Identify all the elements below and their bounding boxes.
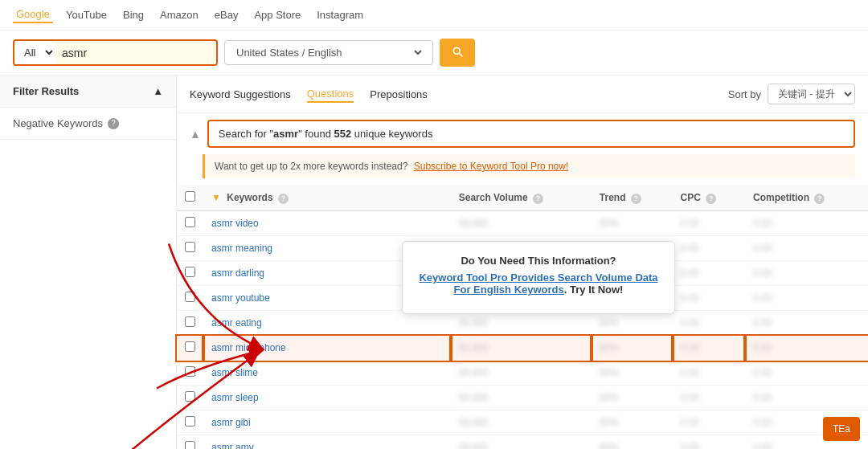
trend-cell: 60% [592,336,673,361]
keyword-cell: asmr video [203,211,451,236]
select-all-header [177,185,203,211]
keywords-help-icon[interactable]: ? [278,194,289,204]
trend-cell: 60% [592,386,673,410]
volume-cell: 66,600 [451,386,592,410]
sort-dropdown[interactable]: 关键词 - 提升 [768,84,855,104]
competition-help-icon[interactable]: ? [814,194,825,204]
search-volume-help-icon[interactable]: ? [533,194,543,204]
row-checkbox-4[interactable] [185,316,195,327]
search-input[interactable] [55,42,216,64]
search-input-group: All [13,39,218,66]
tab-questions[interactable]: Questions [307,86,354,103]
competition-value: 0.00 [753,243,772,254]
volume-value: 66,600 [459,218,489,229]
row-checkbox-0[interactable] [185,217,195,227]
keyword-cell: asmr microphone [203,336,451,361]
promo-bar: Want to get up to 2x more keywords inste… [203,154,855,178]
row-checkbox-cell [177,311,203,336]
volume-cell: 66,600 [451,211,592,236]
tab-prepositions[interactable]: Prepositions [370,87,428,102]
row-checkbox-6[interactable] [185,366,195,377]
filter-results-header[interactable]: Filter Results ▲ [0,76,176,108]
keywords-sort-icon[interactable]: ▼ [211,192,221,203]
tab-keyword-suggestions[interactable]: Keyword Suggestions [190,87,291,102]
keyword-text[interactable]: asmr eating [211,317,262,329]
cpc-value: 0.00 [681,243,699,254]
sort-bar: Sort by 关键词 - 提升 [728,84,855,104]
nav-appstore[interactable]: App Store [251,7,304,22]
trend-cell: 60% [592,435,673,450]
cpc-value: 0.00 [681,342,699,353]
bottom-right-button[interactable]: TEa [823,417,860,441]
cpc-value: 0.00 [681,292,699,304]
row-checkbox-2[interactable] [185,267,195,277]
top-navigation: Google YouTube Bing Amazon eBay App Stor… [0,0,868,31]
row-checkbox-8[interactable] [185,416,195,427]
volume-cell: 66,600 [451,336,592,361]
keyword-text[interactable]: asmr slime [211,367,258,378]
trend-cell: 60% [592,361,673,386]
competition-header: Competition ? [745,185,868,211]
nav-ebay[interactable]: eBay [211,7,242,22]
row-checkbox-5[interactable] [185,341,195,352]
row-checkbox-cell [177,336,203,361]
filter-dropdown[interactable]: All [14,41,55,64]
cpc-cell: 0.00 [673,211,745,236]
search-volume-header: Search Volume ? [451,185,592,211]
keyword-text[interactable]: asmr gibi [211,417,251,428]
cpc-value: 0.00 [681,267,699,279]
nav-youtube[interactable]: YouTube [63,7,110,22]
tooltip-link[interactable]: Keyword Tool Pro Provides Search Volume … [419,271,657,296]
tabs-bar: Keyword Suggestions Questions Prepositio… [177,76,868,113]
nav-amazon[interactable]: Amazon [157,7,202,22]
competition-value: 0.00 [753,367,772,378]
volume-value: 66,600 [459,342,489,353]
cpc-value: 0.00 [681,367,699,378]
nav-instagram[interactable]: Instagram [313,7,366,22]
cpc-help-icon[interactable]: ? [706,194,716,204]
volume-cell: 66,600 [451,410,592,435]
promo-link[interactable]: Subscribe to Keyword Tool Pro now! [414,161,569,172]
select-all-checkbox[interactable] [185,191,195,202]
trend-value: 60% [600,417,619,428]
trend-value: 60% [600,218,619,229]
keyword-text[interactable]: asmr youtube [211,292,270,304]
keyword-text[interactable]: asmr amy [211,442,254,449]
cpc-value: 0.00 [681,218,699,229]
collapse-results-btn[interactable]: ▲ [190,128,201,141]
cpc-value: 0.00 [681,317,699,329]
location-selector: United States / English [224,40,433,65]
cpc-value: 0.00 [681,392,699,403]
nav-google[interactable]: Google [13,6,53,23]
volume-value: 66,600 [459,392,489,403]
location-dropdown[interactable]: United States / English [233,46,424,59]
tooltip-popup: Do You Need This Information? Keyword To… [402,241,675,314]
cpc-cell: 0.00 [673,261,745,286]
competition-value: 0.00 [753,267,772,279]
trend-help-icon[interactable]: ? [631,194,641,204]
cpc-cell: 0.00 [673,410,745,435]
keyword-text[interactable]: asmr meaning [211,243,272,254]
nav-bing[interactable]: Bing [120,7,147,22]
row-checkbox-1[interactable] [185,242,195,252]
row-checkbox-9[interactable] [185,441,195,449]
volume-cell: 66,600 [451,435,592,450]
row-checkbox-cell [177,410,203,435]
promo-text: Want to get up to 2x more keywords inste… [215,161,407,172]
competition-cell: 0.00 [745,386,868,410]
row-checkbox-3[interactable] [185,292,195,302]
keyword-cell: asmr eating [203,311,451,336]
results-header-row: ▲ Search for "asmr" found 552 unique key… [190,120,855,148]
cpc-value: 0.00 [681,417,699,428]
keyword-text[interactable]: asmr darling [211,267,264,279]
table-row: asmr microphone 66,600 60% 0.00 0.00 [177,336,868,361]
keyword-text[interactable]: asmr sleep [211,392,259,403]
search-button[interactable] [440,39,475,67]
volume-value: 66,600 [459,417,489,428]
competition-value: 0.00 [753,392,772,403]
keyword-text[interactable]: asmr microphone [211,342,286,353]
competition-cell: 0.00 [745,336,868,361]
keyword-text[interactable]: asmr video [211,218,259,229]
row-checkbox-7[interactable] [185,391,195,402]
negative-keywords-help-icon[interactable]: ? [108,118,119,129]
